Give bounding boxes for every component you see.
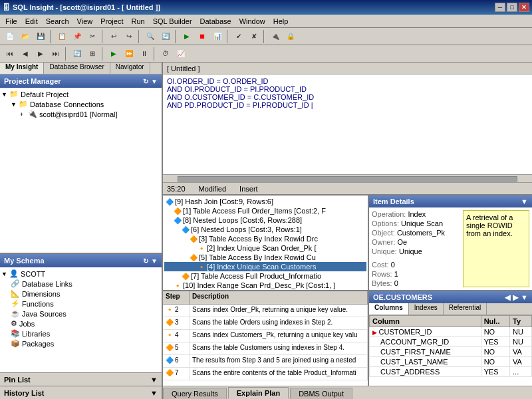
bottom-tab-dbms-output[interactable]: DBMS Output	[290, 388, 352, 399]
explain-item-5[interactable]: 🔸[2] Index Unique Scan Order_Pk [	[164, 243, 366, 253]
tree-default-project[interactable]: ▼ 📁 Default Project	[1, 89, 160, 99]
step-row-3[interactable]: 🔶5 Scans the table Customers using index…	[163, 342, 368, 355]
tree-java-sources[interactable]: ☕ Java Sources	[1, 309, 160, 319]
tb2-next[interactable]: ▶	[33, 47, 48, 61]
tb-disconnect[interactable]: 🔒	[283, 29, 298, 44]
title-bar-buttons[interactable]: ─ □ ✕	[495, 3, 529, 12]
tree-libraries[interactable]: 📚 Libraries	[1, 329, 160, 338]
tree-packages[interactable]: 📦 Packages	[1, 338, 160, 348]
table-nav-left[interactable]: ◀	[505, 293, 510, 302]
menu-view[interactable]: View	[73, 16, 97, 27]
tb-redo[interactable]: ↪	[122, 29, 136, 44]
tb2-chart[interactable]: 📈	[174, 47, 188, 61]
column-row-4[interactable]: CUST_ADDRESS YES ...	[370, 367, 532, 377]
functions-icon: ⚡	[11, 299, 20, 308]
explain-item-2[interactable]: 🔷[8] Nested Loops [Cost:6, Rows:288]	[164, 215, 366, 225]
column-row-2[interactable]: CUST_FIRST_NAME NO VA	[370, 347, 532, 357]
history-list-section[interactable]: History List ▼	[0, 386, 162, 399]
pin-list-section[interactable]: Pin List ▼	[0, 372, 162, 386]
tb2-run2[interactable]: ▶	[106, 47, 121, 61]
tb-cut[interactable]: ✂	[85, 29, 100, 44]
tb-open[interactable]: 📂	[18, 29, 33, 44]
tb-find[interactable]: 🔍	[143, 29, 158, 44]
tb2-first[interactable]: ⏮	[3, 47, 17, 61]
tb-run[interactable]: ▶	[180, 29, 194, 44]
tree-toggle-default-project[interactable]: ▼	[1, 91, 8, 98]
step-row-5[interactable]: 🔶7 Scans the entire contents of the tabl…	[163, 368, 368, 380]
bottom-tab-query-results[interactable]: Query Results	[163, 388, 227, 399]
tb2-last[interactable]: ⏭	[49, 47, 63, 61]
tree-db-links[interactable]: 🔗 Database Links	[1, 279, 160, 289]
tree-db-connections[interactable]: ▼ 📁 Database Connections	[1, 99, 160, 109]
tb2-timer[interactable]: ⏱	[158, 47, 173, 61]
menu-file[interactable]: File	[1, 16, 21, 27]
tb-commit[interactable]: ✔	[231, 29, 246, 44]
tb-replace[interactable]: 🔄	[158, 29, 173, 44]
tree-scott[interactable]: ▼ 👤 SCOTT	[1, 269, 160, 279]
column-row-0[interactable]: ▶ CUSTOMER_ID NO NU	[370, 327, 532, 337]
explain-item-7[interactable]: 🔸[4] Index Unique Scan Customers	[164, 262, 366, 271]
tab-my-insight[interactable]: My Insight	[0, 63, 44, 74]
refresh-icon[interactable]: ↻	[143, 78, 148, 85]
tb-save[interactable]: 💾	[33, 29, 48, 44]
bottom-tab-explain-plan[interactable]: Explain Plan	[228, 387, 289, 399]
tree-jobs[interactable]: ⚙ Jobs	[1, 319, 160, 329]
tree-toggle-scott[interactable]: +	[20, 111, 27, 118]
tb2-pause[interactable]: ⏸	[137, 47, 152, 61]
table-nav-arrow[interactable]: ▼	[521, 293, 528, 302]
tb-new[interactable]: 📄	[3, 29, 17, 44]
tb-paste[interactable]: 📌	[70, 29, 84, 44]
explain-item-1[interactable]: 🔶[1] Table Access Full Order_Items [Cost…	[164, 206, 366, 215]
tab-database-browser[interactable]: Database Browser	[44, 63, 110, 74]
tb-undo[interactable]: ↩	[106, 29, 121, 44]
close-button[interactable]: ✕	[519, 3, 529, 12]
minimize-button[interactable]: ─	[495, 3, 505, 12]
editor-hscrollbar[interactable]	[163, 174, 532, 182]
tb2-prev[interactable]: ◀	[18, 47, 33, 61]
table-nav-right[interactable]: ▶	[513, 293, 518, 302]
tree-dimensions[interactable]: 📐 Dimensions	[1, 289, 160, 299]
step-row-2[interactable]: 🔸4 Scans index Customers_Pk, returning a…	[163, 330, 368, 342]
tree-scott-connection[interactable]: + 🔌 scott@isiprd01 [Normal]	[1, 109, 160, 119]
menu-project[interactable]: Project	[96, 16, 127, 27]
explain-item-0[interactable]: 🔷[9] Hash Join [Cost:9, Rows:6]	[164, 197, 366, 206]
tree-toggle-db-connections[interactable]: ▼	[11, 101, 17, 108]
table-tab-indexes[interactable]: Indexes	[409, 303, 444, 315]
step-row-4[interactable]: 🔷6 The results from Step 3 and 5 are joi…	[163, 355, 368, 368]
tb2-step[interactable]: ⏩	[122, 47, 136, 61]
table-detail-nav: ◀ ▶ ▼	[505, 293, 528, 302]
step-row-1[interactable]: 🔶3 Scans the table Orders using indexes …	[163, 317, 368, 330]
menu-edit[interactable]: Edit	[21, 16, 42, 27]
table-tab-columns[interactable]: Columns	[369, 303, 409, 315]
tree-functions[interactable]: ⚡ Functions	[1, 299, 160, 309]
column-row-3[interactable]: CUST_LAST_NAME NO VA	[370, 357, 532, 367]
menu-database[interactable]: Database	[196, 16, 235, 27]
schema-refresh-icon[interactable]: ↻	[143, 257, 148, 265]
step-row-0[interactable]: 🔸2 Scans index Order_Pk, returning a uni…	[163, 305, 368, 317]
explain-item-6[interactable]: 🔶[5] Table Access By Index Rowid Cu	[164, 253, 366, 262]
menu-sql-builder[interactable]: SQL Builder	[149, 16, 196, 27]
tb-stop[interactable]: ⏹	[195, 29, 209, 44]
tb2-grid[interactable]: ⊞	[85, 47, 100, 61]
tb-connect[interactable]: 🔌	[268, 29, 283, 44]
column-row-1[interactable]: ACCOUNT_MGR_ID YES NU	[370, 337, 532, 347]
tab-navigator[interactable]: Navigator	[110, 63, 150, 74]
table-tab-referential[interactable]: Referential	[444, 303, 487, 315]
tb-copy[interactable]: 📋	[55, 29, 69, 44]
explain-item-8[interactable]: 🔶[7] Table Access Full Product_Informati…	[164, 271, 366, 281]
tb-explain[interactable]: 📊	[210, 29, 225, 44]
menu-run[interactable]: Run	[127, 16, 148, 27]
menu-help[interactable]: Help	[269, 16, 293, 27]
tree-toggle-scott-schema[interactable]: ▼	[1, 271, 8, 277]
menu-window[interactable]: Window	[235, 16, 269, 27]
editor-content[interactable]: OI.ORDER_ID = O.ORDER_ID AND OI.PRODUCT_…	[163, 74, 532, 174]
explain-item-3[interactable]: 🔷[6] Nested Loops [Cost:3, Rows:1]	[164, 225, 366, 234]
expand-icon[interactable]: ▼	[151, 78, 158, 85]
menu-search[interactable]: Search	[42, 16, 73, 27]
maximize-button[interactable]: □	[507, 3, 517, 12]
explain-item-4[interactable]: 🔶[3] Table Access By Index Rowid Drc	[164, 234, 366, 243]
tb2-refresh[interactable]: 🔄	[70, 47, 84, 61]
explain-item-9[interactable]: 🔸[10] Index Range Scan Prd_Desc_Pk [Cost…	[164, 281, 366, 290]
tb-rollback[interactable]: ✘	[247, 29, 261, 44]
schema-expand-icon[interactable]: ▼	[151, 257, 158, 265]
